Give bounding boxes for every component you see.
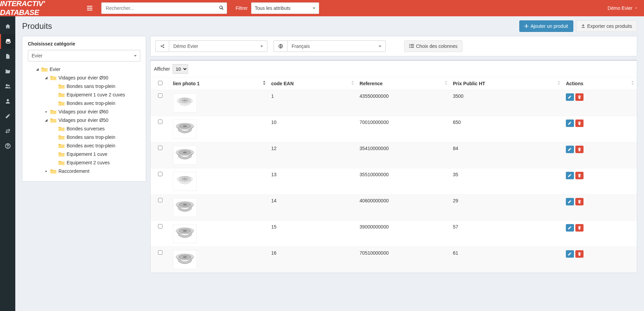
tree-node[interactable]: Bondes avec trop-plein: [28, 99, 140, 107]
tree-node[interactable]: ◢Evier: [28, 65, 140, 73]
nav-exchange[interactable]: [0, 124, 15, 139]
delete-row-button[interactable]: [575, 224, 584, 232]
nav-edit[interactable]: [0, 109, 15, 124]
product-thumbnail: [173, 172, 197, 191]
user-menu[interactable]: Démo Evier: [608, 5, 638, 11]
tree-node[interactable]: ▸Vidages pour évier Ø60: [28, 107, 140, 116]
col-ref[interactable]: Reference: [357, 77, 450, 90]
product-thumbnail: [173, 224, 197, 243]
table-row: 1070010000000650: [151, 116, 637, 142]
cell-ean: 1: [268, 90, 357, 116]
tree-node[interactable]: Equipement 1 cuve 2 cuves: [28, 90, 140, 99]
tree-toggle: ◢: [35, 67, 39, 71]
user-name: Démo Evier: [608, 5, 632, 11]
tree-node[interactable]: Bondes avec trop-plein: [28, 141, 140, 150]
sort-icon: [557, 81, 560, 85]
delete-row-button[interactable]: [575, 172, 584, 179]
row-checkbox[interactable]: [158, 146, 162, 150]
tree-node[interactable]: ◢Vidages pour évier Ø50: [28, 116, 140, 124]
col-actions[interactable]: Actions: [563, 77, 637, 90]
folder-icon: [58, 101, 65, 106]
table-header-row: lien photo 1 code EAN Reference Prix Pub…: [151, 77, 637, 90]
search-wrap: [101, 2, 227, 14]
folder-icon: [58, 160, 65, 165]
delete-row-button[interactable]: [575, 146, 584, 153]
chevron-down-icon: [260, 45, 263, 47]
tree-node-label: Bondes sans trop-plein: [67, 84, 115, 89]
row-checkbox[interactable]: [158, 198, 162, 202]
upload-icon: [581, 24, 585, 28]
nav-users[interactable]: [0, 79, 15, 94]
tree-node[interactable]: Bondes surverses: [28, 124, 140, 133]
page-title: Produits: [22, 21, 52, 31]
tree-node-label: Equipement 1 cuve 2 cuves: [67, 92, 125, 97]
row-checkbox[interactable]: [158, 224, 162, 228]
tree-node[interactable]: Bondes sans trop-plein: [28, 133, 140, 141]
nav-help[interactable]: [0, 139, 15, 153]
select-all-checkbox[interactable]: [158, 81, 162, 85]
folder-icon: [58, 135, 65, 140]
edit-row-button[interactable]: [566, 198, 574, 205]
search-input[interactable]: [101, 2, 227, 14]
nav-database[interactable]: [0, 34, 15, 49]
row-checkbox[interactable]: [158, 250, 162, 255]
choose-columns-button[interactable]: Choix des colonnes: [404, 40, 463, 52]
col-photo[interactable]: lien photo 1: [170, 77, 268, 90]
delete-row-button[interactable]: [575, 198, 584, 205]
tree-node[interactable]: ▸Raccordement: [28, 167, 140, 175]
nav-home[interactable]: [0, 19, 15, 34]
col-ean[interactable]: code EAN: [268, 77, 357, 90]
col-prix[interactable]: Prix Public HT: [450, 77, 563, 90]
export-products-button[interactable]: Exporter ces produits: [576, 20, 637, 32]
page-size-select[interactable]: 10: [173, 64, 188, 74]
edit-row-button[interactable]: [566, 93, 574, 101]
filter-attribute-value: Tous les attributs: [255, 5, 291, 11]
nav-user[interactable]: [0, 94, 15, 109]
row-checkbox[interactable]: [158, 172, 162, 176]
filter-attribute-select[interactable]: Tous les attributs: [251, 2, 319, 14]
table-row: 123541000000084: [151, 142, 637, 168]
tree-node[interactable]: ◢Vidages pour évier Ø90: [28, 73, 140, 82]
folder-icon: [58, 126, 65, 131]
globe-icon: [274, 40, 287, 52]
col-ean-label: code EAN: [271, 81, 294, 86]
edit-row-button[interactable]: [566, 146, 574, 153]
cell-prix: 61: [450, 247, 563, 273]
sort-icon: [631, 81, 634, 85]
delete-row-button[interactable]: [575, 120, 584, 127]
trash-icon: [577, 121, 581, 125]
tree-node[interactable]: Equipement 2 cuves: [28, 158, 140, 167]
plus-icon: [524, 24, 528, 28]
nav-folder[interactable]: [0, 64, 15, 79]
search-icon[interactable]: [219, 5, 224, 11]
row-checkbox[interactable]: [158, 120, 162, 124]
menu-toggle-button[interactable]: [82, 0, 98, 16]
edit-row-button[interactable]: [566, 120, 574, 127]
delete-row-button[interactable]: [575, 250, 584, 258]
tree-node[interactable]: Equipement 1 cuve: [28, 150, 140, 158]
tree-node-label: Evier: [50, 67, 60, 72]
catalog-select[interactable]: Démo Evier: [169, 40, 267, 52]
export-products-label: Exporter ces produits: [587, 23, 632, 29]
delete-row-button[interactable]: [575, 93, 584, 101]
pencil-icon: [568, 173, 572, 178]
main-content: Produits Ajouter un produit Exporter ces…: [15, 16, 644, 311]
trash-icon: [577, 173, 581, 178]
cell-prix: 35: [450, 168, 563, 195]
category-select[interactable]: Evier: [28, 50, 140, 61]
bars-icon: [87, 5, 92, 11]
cell-prix: 650: [450, 116, 563, 142]
edit-row-button[interactable]: [566, 250, 574, 258]
add-product-button[interactable]: Ajouter un produit: [519, 20, 573, 32]
nav-file[interactable]: [0, 49, 15, 64]
edit-row-button[interactable]: [566, 172, 574, 179]
tree-node[interactable]: Bondes sans trop-plein: [28, 82, 140, 90]
language-select[interactable]: Français: [287, 40, 386, 52]
row-checkbox[interactable]: [158, 93, 162, 98]
pencil-icon: [568, 121, 572, 125]
trash-icon: [577, 200, 581, 204]
share-icon: [155, 40, 169, 52]
tree-node-label: Vidages pour évier Ø50: [58, 117, 108, 123]
edit-row-button[interactable]: [566, 224, 574, 232]
cell-ref: 35510000000: [357, 168, 450, 195]
